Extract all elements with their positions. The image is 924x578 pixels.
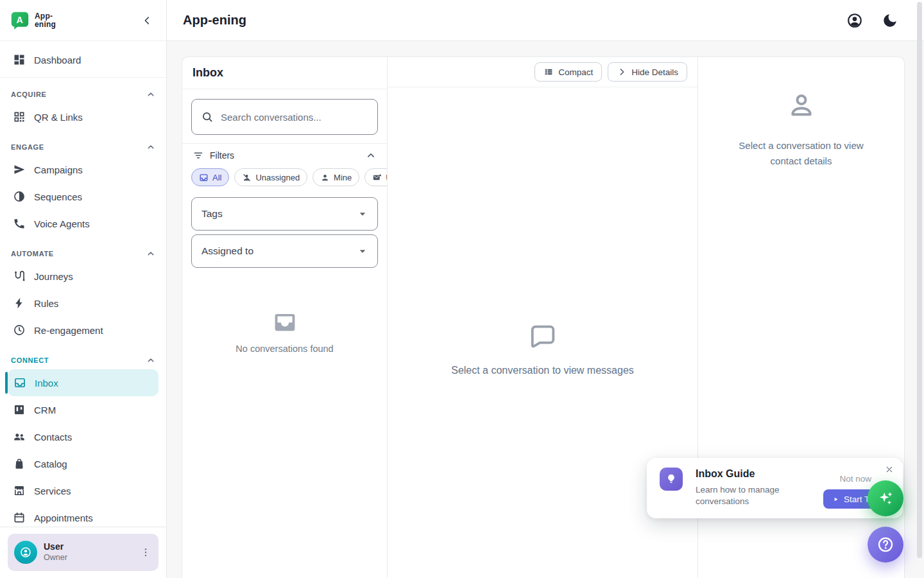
sidebar-item-label: Sequences (34, 191, 82, 202)
search-icon (201, 110, 214, 123)
scrollbar-thumb[interactable] (917, 2, 922, 558)
top-header: App-ening (167, 0, 924, 41)
help-icon (877, 536, 894, 554)
caret-down-icon (355, 244, 370, 258)
sidebar-collapse-button[interactable] (138, 12, 156, 30)
dark-mode-toggle[interactable] (882, 12, 898, 29)
moon-icon (882, 12, 898, 29)
user-card[interactable]: User Owner (8, 534, 158, 571)
dashboard-icon (13, 53, 26, 66)
person-off-icon (242, 173, 252, 182)
sidebar-item-label: Contacts (34, 432, 72, 442)
chevron-up-icon (146, 89, 156, 100)
user-name: User (44, 541, 67, 553)
chip-mine[interactable]: Mine (312, 168, 359, 186)
sidebar-item-inbox[interactable]: Inbox (8, 369, 158, 396)
route-icon (13, 270, 26, 283)
account-button[interactable] (846, 12, 863, 29)
chevron-right-icon (617, 67, 627, 77)
sidebar-item-label: Voice Agents (34, 218, 90, 229)
inbox-icon (199, 173, 209, 182)
conversation-list-panel: Inbox Filters All Unassigned M (182, 57, 388, 578)
sidebar-item-label: QR & Links (34, 112, 83, 123)
no-conversations-text: No conversations found (235, 344, 333, 354)
sidebar-item-re-engagement[interactable]: Re-engagement (0, 317, 166, 344)
svg-text:A: A (17, 15, 23, 25)
more-vertical-icon (140, 547, 151, 558)
header-actions (846, 12, 898, 29)
assigned-to-select[interactable]: Assigned to (191, 234, 378, 268)
chip-unassigned[interactable]: Unassigned (234, 168, 307, 186)
person-icon (320, 173, 330, 182)
shopping-bag-icon (13, 457, 26, 470)
calendar-icon (13, 511, 26, 524)
account-circle-icon (846, 12, 863, 29)
sidebar-item-contacts[interactable]: Contacts (0, 423, 166, 450)
chat-bubble-icon (528, 321, 558, 351)
person-circle-icon (19, 545, 33, 559)
app-logo-text: App-ening (35, 12, 56, 28)
person-outline-icon (787, 91, 816, 120)
sidebar-item-campaigns[interactable]: Campaigns (0, 156, 166, 183)
app-logo-icon: A (10, 11, 30, 30)
search-box[interactable] (191, 99, 378, 135)
filters-toggle[interactable]: Filters (182, 143, 387, 166)
sidebar-item-label: Dashboard (34, 55, 81, 66)
sidebar-item-rules[interactable]: Rules (0, 290, 166, 317)
user-menu-button[interactable] (138, 545, 153, 560)
ai-assistant-fab[interactable] (868, 480, 903, 516)
sidebar-section-connect[interactable]: CONNECT (0, 351, 166, 369)
sidebar-item-voice-agents[interactable]: Voice Agents (0, 210, 166, 237)
mail-unread-icon (372, 173, 382, 182)
search-area (182, 89, 387, 143)
avatar (14, 541, 37, 564)
sparkles-icon (876, 489, 895, 508)
sidebar-item-sequences[interactable]: Sequences (0, 183, 166, 210)
search-input[interactable] (221, 112, 368, 123)
sidebar-item-qr-links[interactable]: QR & Links (0, 103, 166, 130)
conversation-list-empty-state: No conversations found (182, 309, 387, 354)
send-icon (13, 163, 26, 176)
sidebar-item-label: Re-engagement (34, 325, 103, 336)
sidebar-item-dashboard[interactable]: Dashboard (0, 46, 166, 73)
clock-icon (13, 324, 26, 337)
sidebar: A App-ening Dashboard ACQUIRE QR & Links… (0, 0, 167, 578)
sidebar-item-appointments[interactable]: Appointments (0, 504, 166, 527)
chevron-up-icon (365, 150, 377, 161)
contrast-icon (13, 190, 26, 203)
sidebar-item-label: Services (34, 486, 71, 496)
sidebar-item-services[interactable]: Services (0, 477, 166, 504)
storefront-icon (13, 484, 26, 497)
qr-code-icon (13, 110, 26, 123)
sidebar-item-label: Catalog (34, 459, 67, 469)
caret-down-icon (355, 207, 370, 221)
sidebar-section-engage[interactable]: ENGAGE (0, 138, 166, 156)
app-logo[interactable]: A App-ening (10, 11, 56, 30)
sidebar-item-crm[interactable]: CRM (0, 396, 166, 423)
guide-title: Inbox Guide (696, 468, 755, 480)
people-icon (13, 430, 26, 443)
hide-details-button[interactable]: Hide Details (608, 62, 687, 82)
close-x-icon (884, 464, 894, 475)
inbox-panel-title: Inbox (193, 66, 223, 80)
sidebar-section-automate[interactable]: AUTOMATE (0, 245, 166, 263)
phone-icon (13, 217, 26, 230)
sidebar-item-label: Appointments (34, 512, 93, 523)
sidebar-footer: User Owner (0, 527, 166, 578)
sidebar-section-acquire[interactable]: ACQUIRE (0, 85, 166, 103)
help-fab[interactable] (868, 527, 903, 563)
sidebar-item-label: CRM (34, 405, 56, 416)
sidebar-item-catalog[interactable]: Catalog (0, 450, 166, 477)
sidebar-item-journeys[interactable]: Journeys (0, 263, 166, 290)
not-now-button[interactable]: Not now (839, 474, 871, 484)
tags-select[interactable]: Tags (191, 197, 378, 231)
chip-all[interactable]: All (191, 168, 229, 186)
compact-button[interactable]: Compact (535, 62, 602, 82)
filter-icon (193, 150, 204, 161)
chevron-left-icon (141, 15, 153, 26)
play-icon (832, 496, 839, 503)
chip-unread[interactable]: Unread (364, 168, 387, 186)
close-icon[interactable] (884, 464, 894, 475)
contact-details-empty-text: Select a conversation to view contact de… (724, 138, 878, 169)
sidebar-header: A App-ening (0, 0, 166, 41)
